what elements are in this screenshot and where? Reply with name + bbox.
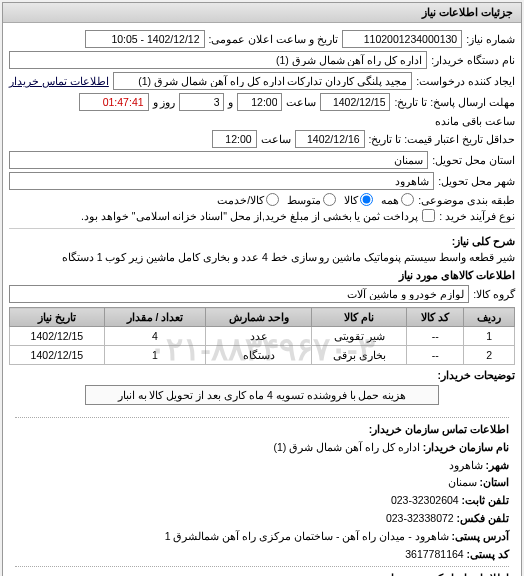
validity-date-field[interactable] (295, 130, 365, 148)
contact-link[interactable]: اطلاعات تماس خریدار (9, 75, 109, 87)
reply-time-field[interactable] (237, 93, 282, 111)
subject-label: شرح کلی نیاز: (452, 235, 515, 247)
th-date: تاریخ نیاز (10, 308, 105, 327)
process-note: پرداخت ثمن یا بخشی از مبلغ خرید,از محل "… (81, 210, 418, 222)
creator-field[interactable] (113, 72, 412, 90)
countdown-suffix: ساعت باقی مانده (435, 115, 515, 127)
th-unit: واحد شمارش (206, 308, 312, 327)
org-field[interactable] (9, 51, 427, 69)
class-radio-group: همه کالا متوسط کالا/خدمت (217, 193, 414, 206)
creator-label: ایجاد کننده درخواست: (416, 75, 515, 87)
time-label-1: ساعت (286, 96, 316, 108)
buyer-contact-header: اطلاعات تماس سازمان خریدار: (15, 417, 509, 438)
days-and: و (228, 96, 233, 108)
radio-service[interactable]: کالا/خدمت (217, 193, 279, 206)
process-checkbox[interactable] (422, 209, 435, 222)
city-label: شهر محل تحویل: (438, 175, 515, 187)
group-label: گروه کالا: (473, 288, 515, 300)
th-code: کد کالا (407, 308, 464, 327)
days-label: روز و (153, 96, 176, 108)
city-field[interactable] (9, 172, 434, 190)
items-table: ردیف کد کالا نام کالا واحد شمارش تعداد /… (9, 307, 515, 365)
buyer-notes-box: هزینه حمل با فروشنده تسویه 4 ماه کاری بع… (85, 385, 439, 405)
req-no-field[interactable] (342, 30, 462, 48)
req-no-label: شماره نیاز: (466, 33, 515, 45)
details-panel: جزئیات اطلاعات نیاز شماره نیاز: تاریخ و … (2, 2, 522, 576)
group-field[interactable] (9, 285, 469, 303)
reply-deadline-label: مهلت ارسال پاسخ: تا تاریخ: (394, 96, 515, 108)
org-label: نام دستگاه خریدار: (431, 54, 515, 66)
creator-contact-header: اطلاعات ایجاد کننده درخواست: (15, 566, 509, 576)
buyer-notes-label: توضیحات خریدار: (438, 369, 515, 381)
goods-section-title: اطلاعات کالاهای مورد نیاز (9, 269, 515, 282)
th-name: نام کالا (312, 308, 407, 327)
radio-medium[interactable]: متوسط (287, 193, 336, 206)
province-label: استان محل تحویل: (432, 154, 515, 166)
contact-section: اطلاعات تماس سازمان خریدار: نام سازمان خ… (9, 409, 515, 576)
time-label-2: ساعت (261, 133, 291, 145)
radio-goods[interactable]: کالا (344, 193, 373, 206)
province-field[interactable] (9, 151, 428, 169)
reply-date-field[interactable] (320, 93, 390, 111)
table-row[interactable]: 1 -- شیر تقویتی عدد 4 1402/12/15 (10, 327, 515, 346)
days-field[interactable] (179, 93, 224, 111)
countdown-field (79, 93, 149, 111)
table-row[interactable]: 2 -- بخاری برقی دستگاه 1 1402/12/15 (10, 346, 515, 365)
th-qty: تعداد / مقدار (104, 308, 205, 327)
announce-label: تاریخ و ساعت اعلان عمومی: (209, 33, 339, 45)
th-row: ردیف (464, 308, 515, 327)
validity-label: حداقل تاریخ اعتبار قیمت: تا تاریخ: (369, 133, 515, 145)
radio-all[interactable]: همه (381, 193, 414, 206)
class-label: طبقه بندی موضوعی: (418, 194, 515, 206)
validity-time-field[interactable] (212, 130, 257, 148)
process-label: نوع فرآیند خرید : (439, 210, 515, 222)
subject-value: شیر قطعه واسط سیستم پنوماتیک ماشین رو سا… (62, 251, 515, 263)
announce-field[interactable] (85, 30, 205, 48)
panel-title: جزئیات اطلاعات نیاز (3, 3, 521, 23)
